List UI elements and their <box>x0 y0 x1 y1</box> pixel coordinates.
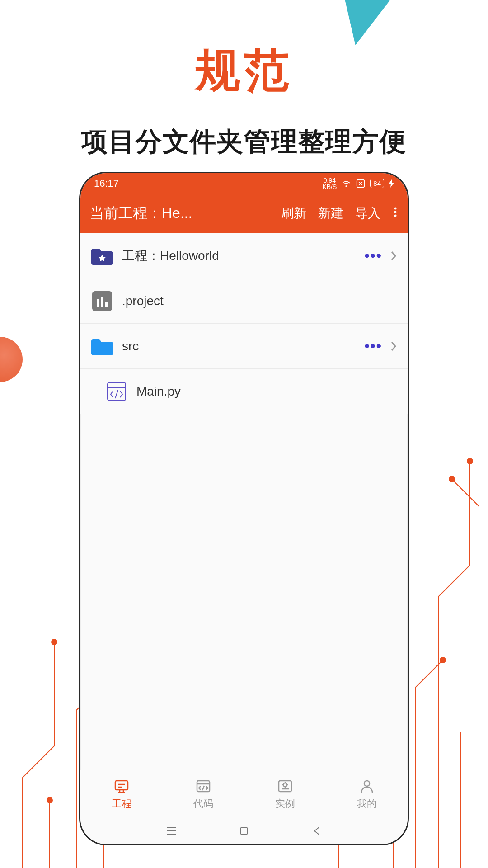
nav-label: 实例 <box>275 797 295 811</box>
page-subtitle: 项目分文件夹管理整理方便 <box>0 124 488 160</box>
app-bar: 当前工程：He... 刷新 新建 导入 <box>80 193 408 233</box>
android-home-button[interactable] <box>236 823 252 839</box>
config-file-icon <box>91 290 113 312</box>
svg-point-6 <box>449 476 455 482</box>
nav-label: 工程 <box>112 797 131 811</box>
new-button[interactable]: 新建 <box>318 205 343 222</box>
wifi-icon <box>341 179 351 189</box>
svg-rect-13 <box>101 297 103 307</box>
svg-rect-12 <box>97 299 99 307</box>
status-time: 16:17 <box>94 178 119 189</box>
file-list: 工程：Helloworld ••• .project src ••• <box>80 233 408 414</box>
file-name-label: src <box>122 339 355 354</box>
svg-point-28 <box>364 781 370 786</box>
phone-frame: 16:17 0.94 KB/S 84 当前工程：He... 刷新 新建 导入 <box>79 172 409 845</box>
project-folder-icon <box>91 245 113 267</box>
close-box-icon <box>356 179 366 189</box>
svg-point-8 <box>394 208 397 210</box>
svg-rect-14 <box>105 302 108 307</box>
svg-point-4 <box>440 657 446 663</box>
nav-tab-profile[interactable]: 我的 <box>326 770 408 817</box>
android-nav-bar <box>80 817 408 844</box>
item-more-button[interactable]: ••• <box>364 247 382 264</box>
file-name-label: 工程：Helloworld <box>122 247 355 264</box>
more-menu-button[interactable] <box>392 206 399 221</box>
nav-tab-project[interactable]: 工程 <box>80 770 162 817</box>
file-name-label: Main.py <box>136 384 397 399</box>
decoration-circle <box>0 337 23 382</box>
instance-nav-icon <box>276 777 294 795</box>
nav-label: 代码 <box>193 797 213 811</box>
file-item-folder[interactable]: src ••• <box>80 324 408 369</box>
svg-point-9 <box>394 211 397 213</box>
svg-rect-15 <box>108 382 126 401</box>
svg-rect-23 <box>197 781 210 792</box>
profile-nav-icon <box>358 777 376 795</box>
android-menu-button[interactable] <box>163 823 179 839</box>
svg-rect-17 <box>115 781 128 790</box>
chevron-right-icon <box>390 250 397 261</box>
bottom-nav: 工程 代码 实例 我的 <box>80 770 408 817</box>
app-bar-title: 当前工程：He... <box>89 203 269 223</box>
svg-point-5 <box>467 458 473 464</box>
file-item-project[interactable]: 工程：Helloworld ••• <box>80 233 408 278</box>
charging-icon <box>389 179 394 188</box>
android-back-button[interactable] <box>309 823 325 839</box>
svg-rect-32 <box>240 827 248 835</box>
status-speed-unit: KB/S <box>322 184 337 190</box>
refresh-button[interactable]: 刷新 <box>281 205 306 222</box>
nav-tab-code[interactable]: 代码 <box>162 770 244 817</box>
svg-point-26 <box>283 783 287 787</box>
file-name-label: .project <box>122 294 397 308</box>
more-vert-icon <box>394 207 397 217</box>
item-more-button[interactable]: ••• <box>364 338 382 354</box>
nav-tab-instance[interactable]: 实例 <box>244 770 326 817</box>
status-speed-value: 0.94 <box>322 177 337 184</box>
svg-point-10 <box>394 215 397 217</box>
page-title: 规范 <box>0 41 488 102</box>
battery-indicator: 84 <box>370 179 384 188</box>
status-bar: 16:17 0.94 KB/S 84 <box>80 173 408 193</box>
code-nav-icon <box>194 777 212 795</box>
file-item-code[interactable]: Main.py <box>80 369 408 414</box>
chevron-right-icon <box>390 341 397 352</box>
file-item-config[interactable]: .project <box>80 278 408 324</box>
svg-point-0 <box>52 639 57 645</box>
import-button[interactable]: 导入 <box>355 205 380 222</box>
code-file-icon <box>106 381 127 402</box>
folder-icon <box>91 335 113 357</box>
nav-label: 我的 <box>357 797 377 811</box>
project-nav-icon <box>113 777 131 795</box>
svg-point-1 <box>47 797 52 803</box>
